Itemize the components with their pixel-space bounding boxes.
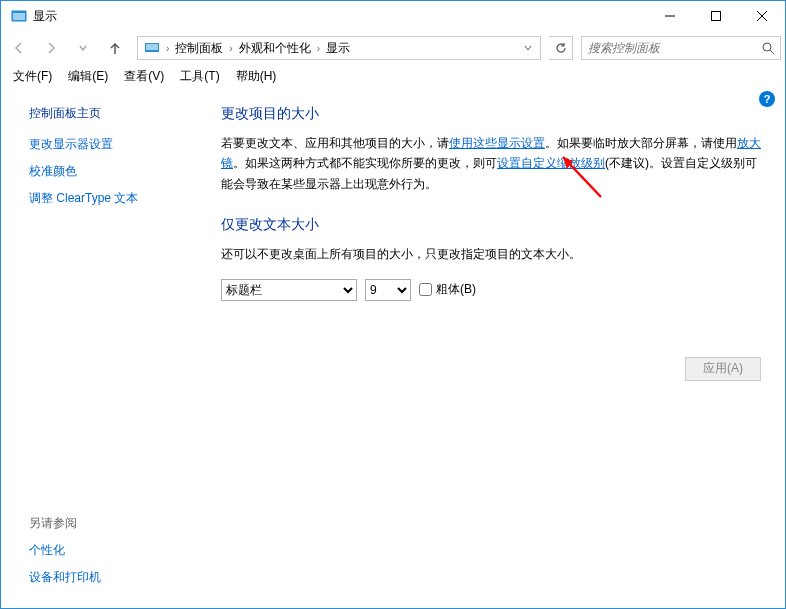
size-dropdown[interactable]: 9 bbox=[365, 279, 411, 301]
sidebar-link-personalization[interactable]: 个性化 bbox=[29, 542, 189, 559]
control-panel-home[interactable]: 控制面板主页 bbox=[29, 105, 189, 122]
minimize-button[interactable] bbox=[647, 1, 693, 31]
search-input[interactable] bbox=[582, 41, 756, 55]
svg-rect-3 bbox=[712, 12, 721, 21]
main-pane: ? 更改项目的大小 若要更改文本、应用和其他项目的大小，请使用这些显示设置。如果… bbox=[201, 87, 785, 608]
help-icon[interactable]: ? bbox=[759, 91, 775, 107]
navbar: › 控制面板 › 外观和个性化 › 显示 bbox=[1, 31, 785, 65]
link-display-settings[interactable]: 使用这些显示设置 bbox=[449, 136, 545, 150]
svg-rect-1 bbox=[13, 13, 25, 20]
heading-change-item-size: 更改项目的大小 bbox=[221, 105, 761, 123]
breadcrumb-seg-1[interactable]: 控制面板 bbox=[171, 37, 227, 59]
bold-checkbox[interactable] bbox=[419, 283, 432, 296]
see-also-heading: 另请参阅 bbox=[29, 515, 189, 532]
svg-point-9 bbox=[763, 43, 771, 51]
recent-dropdown[interactable] bbox=[69, 35, 97, 61]
sidebar-link-devices-printers[interactable]: 设备和打印机 bbox=[29, 569, 189, 586]
back-button[interactable] bbox=[5, 35, 33, 61]
maximize-button[interactable] bbox=[693, 1, 739, 31]
monitor-icon bbox=[144, 42, 160, 54]
item-dropdown[interactable]: 标题栏 bbox=[221, 279, 357, 301]
chevron-right-icon[interactable]: › bbox=[227, 43, 234, 54]
window-title: 显示 bbox=[33, 8, 647, 25]
menu-file[interactable]: 文件(F) bbox=[7, 66, 58, 87]
breadcrumb-seg-3[interactable]: 显示 bbox=[322, 37, 354, 59]
menubar: 文件(F) 编辑(E) 查看(V) 工具(T) 帮助(H) bbox=[1, 65, 785, 87]
content-area: 控制面板主页 更改显示器设置 校准颜色 调整 ClearType 文本 另请参阅… bbox=[1, 87, 785, 608]
sidebar: 控制面板主页 更改显示器设置 校准颜色 调整 ClearType 文本 另请参阅… bbox=[1, 87, 201, 608]
link-custom-scaling[interactable]: 设置自定义缩放级别 bbox=[497, 156, 605, 170]
bold-checkbox-wrap[interactable]: 粗体(B) bbox=[419, 281, 476, 298]
up-button[interactable] bbox=[101, 35, 129, 61]
breadcrumb[interactable]: › 控制面板 › 外观和个性化 › 显示 bbox=[137, 36, 541, 60]
refresh-button[interactable] bbox=[549, 36, 573, 60]
chevron-right-icon[interactable]: › bbox=[315, 43, 322, 54]
paragraph-1: 若要更改文本、应用和其他项目的大小，请使用这些显示设置。如果要临时放大部分屏幕，… bbox=[221, 133, 761, 194]
menu-help[interactable]: 帮助(H) bbox=[230, 66, 283, 87]
chevron-right-icon[interactable]: › bbox=[164, 43, 171, 54]
sidebar-link-calibrate-color[interactable]: 校准颜色 bbox=[29, 163, 189, 180]
svg-rect-8 bbox=[146, 44, 158, 50]
app-icon bbox=[11, 8, 27, 24]
breadcrumb-seg-2[interactable]: 外观和个性化 bbox=[235, 37, 315, 59]
address-dropdown[interactable] bbox=[518, 37, 538, 59]
paragraph-2: 还可以不更改桌面上所有项目的大小，只更改指定项目的文本大小。 bbox=[221, 244, 761, 264]
heading-text-only: 仅更改文本大小 bbox=[221, 216, 761, 234]
text-size-controls: 标题栏 9 粗体(B) bbox=[221, 279, 761, 301]
sidebar-link-cleartype[interactable]: 调整 ClearType 文本 bbox=[29, 190, 189, 207]
search-box[interactable] bbox=[581, 36, 781, 60]
sidebar-link-display-settings[interactable]: 更改显示器设置 bbox=[29, 136, 189, 153]
menu-tools[interactable]: 工具(T) bbox=[174, 66, 225, 87]
svg-line-10 bbox=[770, 50, 774, 54]
search-icon[interactable] bbox=[756, 37, 780, 59]
bold-label: 粗体(B) bbox=[436, 281, 476, 298]
close-button[interactable] bbox=[739, 1, 785, 31]
forward-button[interactable] bbox=[37, 35, 65, 61]
menu-view[interactable]: 查看(V) bbox=[118, 66, 170, 87]
titlebar: 显示 bbox=[1, 1, 785, 31]
menu-edit[interactable]: 编辑(E) bbox=[62, 66, 114, 87]
apply-button[interactable]: 应用(A) bbox=[685, 357, 761, 381]
